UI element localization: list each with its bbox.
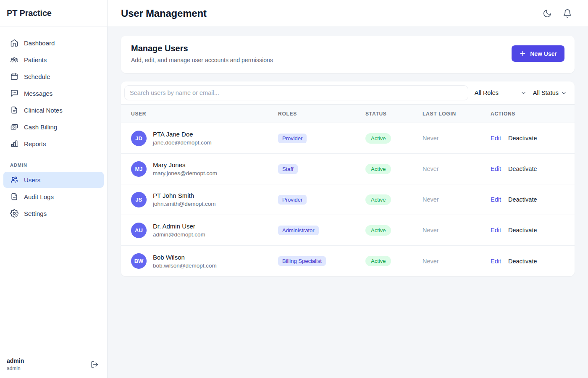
chevron-down-icon [520,90,527,96]
status-badge: Active [365,164,391,174]
user-email: admin@demopt.com [153,231,205,238]
user-cell: AU Dr. Admin User admin@demopt.com [131,223,278,238]
column-header-roles: ROLES [278,111,365,117]
user-name: Dr. Admin User [153,223,205,230]
column-header-user: USER [131,111,278,117]
document-icon [10,106,18,114]
new-user-button[interactable]: New User [512,45,564,62]
user-meta: Mary Jones mary.jones@demopt.com [153,161,217,176]
audit-document-icon [10,192,18,201]
roles-cell: Provider [278,195,365,205]
status-cell: Active [365,225,423,236]
status-badge: Active [365,194,391,205]
column-header-status: STATUS [365,111,423,117]
user-cell: JD PTA Jane Doe jane.doe@demopt.com [131,131,278,146]
table-row: AU Dr. Admin User admin@demopt.com Admin… [121,215,575,246]
status-filter-value: All Status [533,89,559,96]
actions-cell: Edit Deactivate [491,196,564,203]
sidebar-item-cash-billing[interactable]: Cash Billing [3,119,104,135]
sidebar-item-clinical-notes[interactable]: Clinical Notes [3,102,104,118]
avatar: JD [131,131,147,146]
edit-link[interactable]: Edit [491,135,501,142]
actions-cell: Edit Deactivate [491,227,564,234]
gear-icon [10,209,18,218]
sidebar-user-footer: admin admin [0,351,107,378]
deactivate-link[interactable]: Deactivate [508,258,537,265]
sidebar-item-label: Settings [24,210,47,217]
table-row: BW Bob Wilson bob.wilson@demopt.com Bill… [121,246,575,276]
sidebar-item-label: Schedule [24,73,50,80]
user-meta: PT John Smith john.smith@demopt.com [153,192,216,207]
user-meta: PTA Jane Doe jane.doe@demopt.com [153,131,212,146]
status-cell: Active [365,164,423,174]
roles-filter-value: All Roles [475,89,499,96]
brand-logo: PT Practice [0,0,107,26]
cash-icon [10,123,18,131]
bar-chart-icon [10,139,18,148]
deactivate-link[interactable]: Deactivate [508,135,537,142]
search-input[interactable] [124,85,468,100]
user-meta: Dr. Admin User admin@demopt.com [153,223,205,238]
table-filter-row: All Roles All Status [121,81,575,105]
sidebar-item-schedule[interactable]: Schedule [3,68,104,84]
status-cell: Active [365,256,423,266]
users-table-card: All Roles All Status USER ROLES STATUS L… [121,81,575,276]
roles-cell: Billing Specialist [278,256,365,266]
patients-group-icon [10,55,18,64]
chevron-down-icon [561,90,567,96]
sidebar-item-patients[interactable]: Patients [3,52,104,68]
edit-link[interactable]: Edit [491,227,501,234]
edit-link[interactable]: Edit [491,258,501,265]
sidebar-item-label: Reports [24,140,46,147]
last-login-value: Never [423,196,491,203]
user-email: jane.doe@demopt.com [153,139,212,146]
sidebar-item-audit-logs[interactable]: Audit Logs [3,189,104,205]
topbar-actions [542,8,573,19]
deactivate-link[interactable]: Deactivate [508,165,537,172]
avatar: AU [131,223,147,238]
admin-section-label: ADMIN [10,163,97,168]
sidebar-item-dashboard[interactable]: Dashboard [3,35,104,51]
status-filter-select[interactable]: All Status [533,89,567,96]
sidebar-user-info: admin admin [7,357,24,371]
user-cell: BW Bob Wilson bob.wilson@demopt.com [131,253,278,269]
role-badge: Administrator [278,226,319,235]
status-badge: Active [365,133,391,144]
calendar-icon [10,72,18,81]
avatar: JS [131,192,147,207]
bell-icon [563,9,572,18]
users-icon [10,176,18,184]
table-row: MJ Mary Jones mary.jones@demopt.com Staf… [121,154,575,184]
sidebar-item-users[interactable]: Users [3,172,104,188]
edit-link[interactable]: Edit [491,196,501,203]
user-cell: MJ Mary Jones mary.jones@demopt.com [131,161,278,177]
user-email: john.smith@demopt.com [153,201,216,207]
sidebar-item-messages[interactable]: Messages [3,85,104,101]
logout-icon [90,360,99,369]
dark-mode-toggle[interactable] [542,8,553,19]
column-header-actions: ACTIONS [491,111,564,117]
table-header-row: USER ROLES STATUS LAST LOGIN ACTIONS [121,105,575,123]
sidebar-item-label: Audit Logs [24,193,54,200]
status-cell: Active [365,133,423,144]
notifications-button[interactable] [562,8,573,19]
status-cell: Active [365,194,423,205]
deactivate-link[interactable]: Deactivate [508,196,537,203]
deactivate-link[interactable]: Deactivate [508,227,537,234]
column-header-last-login: LAST LOGIN [423,111,491,117]
user-email: bob.wilson@demopt.com [153,262,217,269]
card-subtitle: Add, edit, and manage user accounts and … [131,57,273,63]
edit-link[interactable]: Edit [491,165,501,172]
sidebar-item-reports[interactable]: Reports [3,136,104,152]
user-name: Bob Wilson [153,254,217,261]
logout-button[interactable] [89,359,100,370]
last-login-value: Never [423,227,491,234]
actions-cell: Edit Deactivate [491,258,564,265]
home-icon [10,39,18,47]
content-area: Manage Users Add, edit, and manage user … [108,27,588,378]
sidebar-item-settings[interactable]: Settings [3,205,104,221]
sidebar-item-label: Clinical Notes [24,107,63,114]
card-title: Manage Users [131,44,273,53]
roles-filter-select[interactable]: All Roles [475,89,527,96]
user-cell: JS PT John Smith john.smith@demopt.com [131,192,278,207]
